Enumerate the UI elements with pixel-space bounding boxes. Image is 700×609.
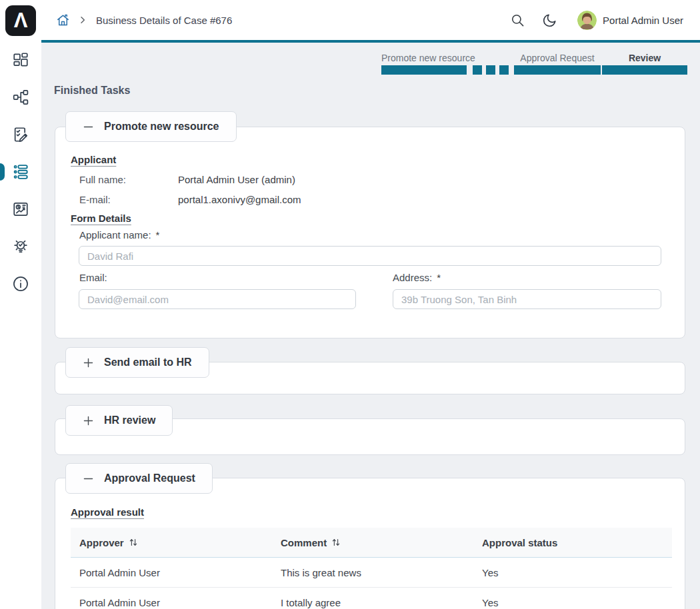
form-email-field-label: Email: [79, 272, 107, 283]
user-avatar[interactable] [577, 11, 597, 30]
sort-icon [331, 538, 341, 547]
minus-icon [83, 121, 94, 133]
expand-toggle-send-email-hr[interactable]: Send email to HR [65, 347, 209, 378]
applicant-heading: Applicant [71, 154, 116, 165]
sidebar-item-tasks[interactable] [0, 116, 41, 153]
axonivy-logo[interactable]: Λ [5, 5, 36, 36]
process-icon [12, 89, 29, 106]
search-icon [510, 13, 525, 28]
progress-dash [473, 65, 482, 75]
sidebar-item-processes[interactable] [0, 79, 41, 116]
sidebar: Λ [0, 0, 41, 609]
card-tab-label: Promote new resource [104, 121, 219, 133]
lightbulb-icon [12, 238, 29, 255]
approval-result-heading: Approval result [71, 506, 144, 518]
main-content: Promote new resource Approval Request Re… [41, 43, 700, 609]
progress-step-label: Review [602, 53, 687, 63]
sort-icon [129, 538, 138, 547]
full-name-label: Full name: [79, 174, 178, 185]
home-breadcrumb-button[interactable] [56, 13, 70, 27]
progress-step-approval: Approval Request [514, 53, 601, 75]
sidebar-item-cases[interactable] [0, 153, 41, 191]
address-input[interactable] [393, 289, 661, 309]
form-email-input[interactable] [79, 289, 356, 309]
search-button[interactable] [510, 13, 525, 28]
top-header: Business Details of Case #676 Portal Adm… [41, 0, 700, 43]
required-marker: * [437, 272, 441, 283]
card-tab-label: Send email to HR [104, 356, 192, 368]
progress-step-label: Promote new resource [381, 53, 467, 63]
status-cell: Yes [473, 567, 672, 578]
email-row: E-mail: portal1.axonivy@gmail.com [79, 194, 301, 205]
full-name-row: Full name: Portal Admin User (admin) [79, 174, 295, 185]
table-header-row: Approver Comment [71, 528, 672, 558]
task-card-approval-request: Approval Request Approval result Approve… [55, 478, 685, 609]
applicant-name-field-label: Applicant name:* [79, 229, 159, 241]
home-icon [56, 13, 70, 27]
column-header-comment[interactable]: Comment [272, 537, 473, 548]
progress-dash [499, 65, 509, 75]
form-details-heading: Form Details [71, 213, 131, 224]
email-label: E-mail: [79, 194, 178, 205]
plus-icon [83, 415, 94, 426]
comment-cell: I totally agree [272, 597, 473, 608]
column-header-approval-status: Approval status [473, 537, 672, 548]
progress-bar-segment [514, 65, 601, 75]
address-field-label: Address:* [393, 272, 441, 283]
sidebar-item-statistics[interactable] [0, 191, 41, 228]
table-row: Portal Admin User I totally agree Yes [71, 588, 672, 609]
progress-dashed-segment [467, 65, 514, 75]
chevron-right-icon [77, 15, 88, 25]
card-tab-label: HR review [104, 414, 155, 426]
collapse-toggle-promote-new-resource[interactable]: Promote new resource [65, 111, 237, 142]
progress-step-review: Review [602, 53, 687, 75]
logo-glyph: Λ [14, 9, 28, 33]
plus-icon [83, 357, 94, 368]
moon-icon [542, 13, 557, 28]
progress-bar-segment [381, 65, 467, 75]
statistics-icon [12, 201, 29, 218]
full-name-value: Portal Admin User (admin) [178, 174, 295, 185]
status-cell: Yes [473, 597, 672, 608]
sidebar-item-about[interactable] [0, 265, 41, 303]
email-value: portal1.axonivy@gmail.com [178, 194, 301, 205]
info-icon [12, 275, 29, 293]
progress-bar-segment [602, 65, 687, 75]
sidebar-item-dashboard[interactable] [0, 41, 41, 79]
column-header-approver[interactable]: Approver [71, 537, 272, 548]
progress-step-label: Approval Request [514, 53, 601, 63]
breadcrumb-title: Business Details of Case #676 [96, 15, 232, 26]
collapse-toggle-approval-request[interactable]: Approval Request [65, 463, 213, 494]
task-card-send-email-hr: Send email to HR [55, 362, 685, 394]
approver-cell: Portal Admin User [71, 597, 272, 608]
progress-step-promote: Promote new resource [381, 53, 467, 75]
page-title: Finished Tasks [54, 85, 130, 97]
dark-mode-toggle[interactable] [542, 13, 557, 28]
case-list-icon [12, 163, 29, 181]
task-card-promote-new-resource: Promote new resource Applicant Full name… [55, 127, 685, 338]
card-tab-label: Approval Request [104, 472, 195, 484]
case-progress-steps: Promote new resource Approval Request Re… [381, 53, 687, 75]
expand-toggle-hr-review[interactable]: HR review [65, 405, 173, 436]
task-card-hr-review: HR review [55, 418, 685, 455]
approval-result-table: Approver Comment [71, 528, 672, 609]
task-edit-icon [12, 126, 29, 143]
comment-cell: This is great news [272, 567, 473, 578]
progress-dash [486, 65, 495, 75]
user-name[interactable]: Portal Admin User [603, 15, 683, 26]
table-row: Portal Admin User This is great news Yes [71, 558, 672, 588]
sidebar-item-announcements[interactable] [0, 228, 41, 265]
sidebar-nav [0, 41, 41, 303]
minus-icon [83, 473, 94, 484]
required-marker: * [156, 229, 160, 241]
active-indicator [0, 163, 5, 181]
applicant-name-input[interactable] [79, 246, 661, 266]
approver-cell: Portal Admin User [71, 567, 272, 578]
dashboard-icon [12, 51, 29, 69]
